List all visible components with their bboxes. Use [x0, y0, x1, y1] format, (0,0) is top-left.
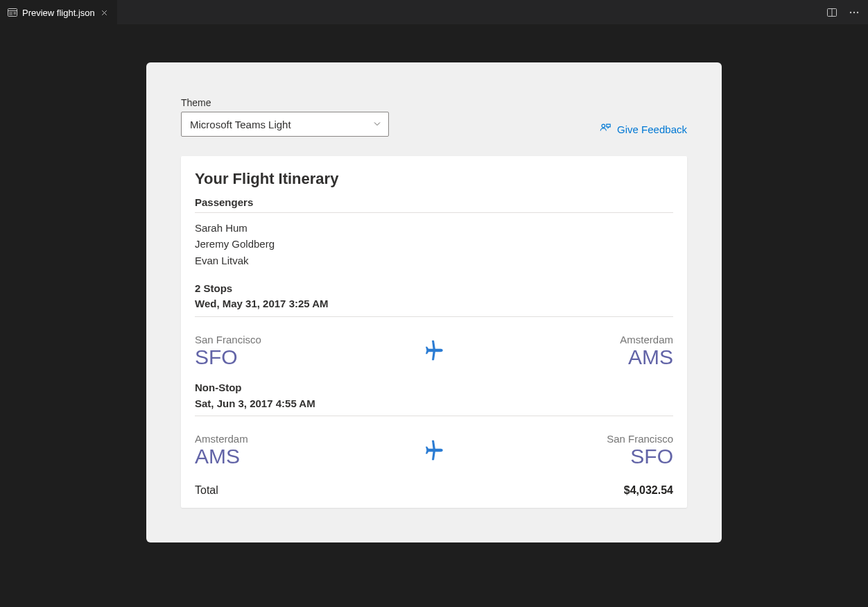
give-feedback-link[interactable]: Give Feedback — [599, 122, 687, 137]
editor-tab-bar: Preview flight.json — [0, 0, 868, 24]
leg-from-code: SFO — [195, 345, 292, 370]
theme-select[interactable]: Microsoft Teams Light — [181, 112, 389, 137]
divider — [195, 316, 673, 317]
airplane-icon — [422, 338, 446, 365]
passenger: Sarah Hum — [195, 220, 673, 236]
passenger-list: Sarah Hum Jeremy Goldberg Evan Litvak — [195, 220, 673, 268]
leg-from-city: San Francisco — [195, 334, 292, 345]
leg-row: Amsterdam AMS San Francisco SFO — [195, 423, 673, 480]
leg-stops: 2 Stops — [195, 281, 673, 297]
svg-point-11 — [857, 11, 858, 12]
theme-select-value: Microsoft Teams Light — [190, 119, 291, 130]
svg-rect-2 — [9, 12, 12, 15]
split-editor-button[interactable] — [825, 6, 839, 19]
passenger: Jeremy Goldberg — [195, 236, 673, 252]
leg-from-code: AMS — [195, 445, 292, 469]
total-amount: $4,032.54 — [624, 484, 673, 497]
passengers-label: Passengers — [195, 196, 673, 208]
leg-row: San Francisco SFO Amsterdam AMS — [195, 324, 673, 381]
preview-file-icon — [7, 7, 18, 18]
tab-preview-flight[interactable]: Preview flight.json — [0, 0, 117, 24]
chevron-down-icon — [373, 119, 381, 130]
divider — [195, 416, 673, 416]
airplane-icon — [422, 438, 446, 465]
tab-close-button[interactable] — [99, 7, 110, 18]
svg-point-12 — [602, 124, 605, 128]
editor-surface[interactable]: Theme Microsoft Teams Light — [0, 24, 868, 607]
svg-point-9 — [850, 11, 851, 12]
total-row: Total $4,032.54 — [195, 484, 673, 497]
leg-to-city: Amsterdam — [576, 334, 673, 345]
leg-to-city: San Francisco — [576, 433, 673, 445]
divider — [195, 212, 673, 213]
card-title: Your Flight Itinerary — [195, 170, 673, 188]
leg-to-code: SFO — [576, 445, 673, 469]
total-label: Total — [195, 484, 218, 497]
theme-label: Theme — [181, 97, 389, 108]
leg-to-code: AMS — [576, 345, 673, 370]
preview-panel: Theme Microsoft Teams Light — [146, 62, 722, 542]
more-actions-button[interactable] — [847, 6, 861, 19]
itinerary-card: Your Flight Itinerary Passengers Sarah H… — [181, 156, 687, 508]
leg-datetime: Sat, Jun 3, 2017 4:55 AM — [195, 396, 673, 412]
feedback-icon — [599, 122, 611, 137]
passenger: Evan Litvak — [195, 253, 673, 268]
leg-stops: Non-Stop — [195, 380, 673, 396]
tab-title: Preview flight.json — [22, 8, 95, 18]
leg-from-city: Amsterdam — [195, 433, 292, 445]
leg-header: Non-Stop Sat, Jun 3, 2017 4:55 AM — [195, 380, 673, 411]
svg-point-10 — [853, 11, 855, 12]
leg-header: 2 Stops Wed, May 31, 2017 3:25 AM — [195, 281, 673, 312]
feedback-label: Give Feedback — [617, 123, 687, 135]
leg-datetime: Wed, May 31, 2017 3:25 AM — [195, 296, 673, 312]
